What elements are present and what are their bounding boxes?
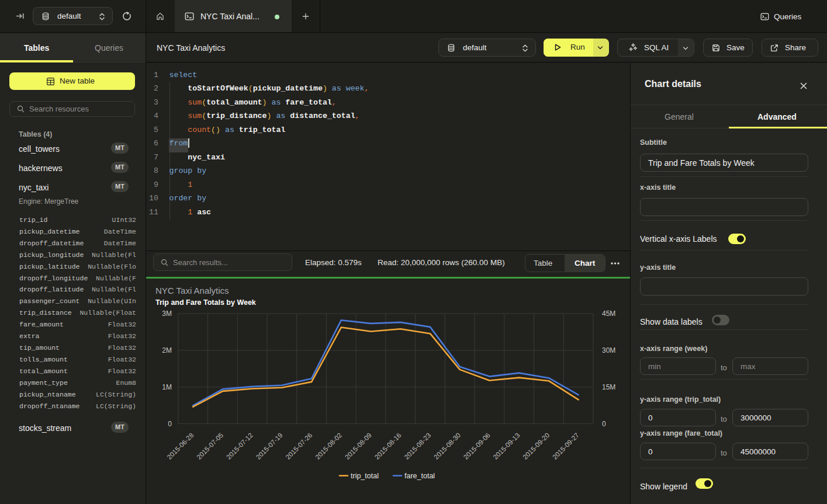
svg-text:2015-07-26: 2015-07-26 [284, 432, 313, 461]
svg-text:15M: 15M [602, 383, 615, 391]
svg-text:2015-08-09: 2015-08-09 [344, 432, 373, 461]
svg-text:2015-08-02: 2015-08-02 [314, 432, 343, 461]
svg-text:2015-07-19: 2015-07-19 [255, 432, 284, 461]
svg-text:1M: 1M [162, 383, 172, 391]
svg-text:0: 0 [602, 420, 606, 428]
svg-text:0: 0 [168, 420, 172, 428]
svg-text:3M: 3M [162, 310, 172, 318]
svg-text:45M: 45M [602, 310, 615, 318]
svg-text:fare_total: fare_total [404, 472, 435, 480]
svg-text:2015-09-20: 2015-09-20 [521, 432, 551, 461]
svg-text:2015-08-16: 2015-08-16 [373, 432, 403, 461]
svg-text:2015-07-12: 2015-07-12 [225, 432, 254, 461]
svg-text:30M: 30M [602, 346, 615, 354]
svg-text:Trip and Fare Totals by Week: Trip and Fare Totals by Week [155, 298, 256, 307]
svg-text:2015-07-05: 2015-07-05 [195, 432, 224, 461]
svg-text:2015-08-30: 2015-08-30 [432, 432, 462, 461]
svg-text:2015-08-23: 2015-08-23 [403, 432, 432, 461]
svg-text:trip_total: trip_total [351, 472, 379, 480]
svg-text:2015-09-27: 2015-09-27 [551, 432, 580, 461]
svg-text:2015-06-28: 2015-06-28 [165, 432, 195, 461]
svg-text:2015-09-13: 2015-09-13 [492, 432, 521, 461]
svg-text:2M: 2M [162, 346, 172, 354]
svg-text:NYC Taxi Analytics: NYC Taxi Analytics [155, 286, 229, 296]
svg-text:2015-09-06: 2015-09-06 [462, 432, 492, 461]
